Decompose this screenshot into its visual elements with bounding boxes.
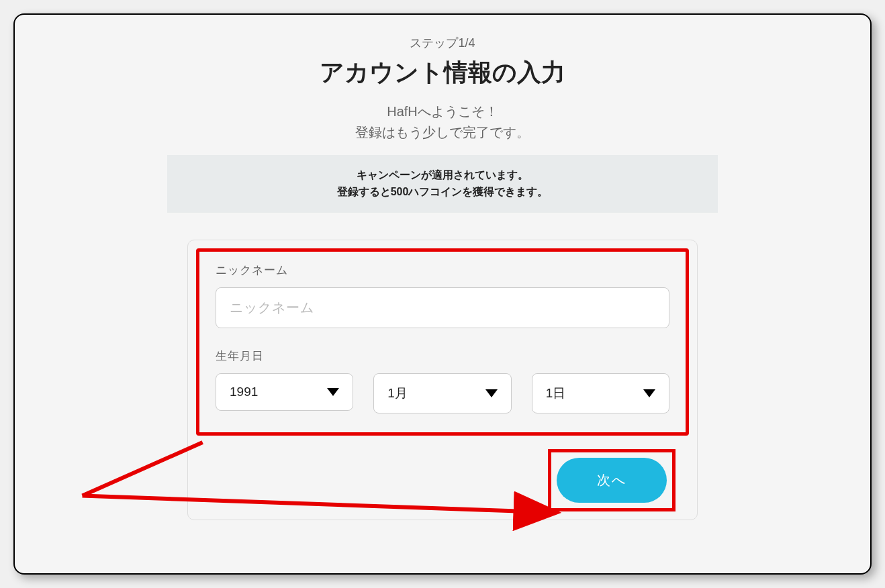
month-select-wrapper: 1月 (373, 373, 511, 413)
chevron-down-icon (485, 389, 498, 397)
welcome-text-2: 登録はもう少しで完了です。 (28, 124, 857, 142)
chevron-down-icon (643, 389, 655, 397)
form-card: ニックネーム 生年月日 1991 1月 (187, 240, 698, 520)
day-value: 1日 (546, 385, 566, 402)
nickname-input[interactable] (216, 287, 669, 328)
birthdate-row: 1991 1月 1日 (216, 373, 669, 413)
campaign-banner: キャンペーンが適用されています。 登録すると500ハフコインを獲得できます。 (167, 155, 718, 213)
day-select[interactable]: 1日 (532, 373, 669, 413)
campaign-text-1: キャンペーンが適用されています。 (181, 168, 704, 183)
nickname-label: ニックネーム (216, 262, 669, 278)
page-frame: ステップ1/4 アカウント情報の入力 HafHへようこそ！ 登録はもう少しで完了… (13, 13, 872, 575)
year-select-wrapper: 1991 (216, 373, 353, 413)
day-select-wrapper: 1日 (532, 373, 669, 413)
birthdate-label: 生年月日 (216, 348, 669, 364)
svg-line-1 (83, 442, 203, 496)
header-section: ステップ1/4 アカウント情報の入力 HafHへようこそ！ 登録はもう少しで完了… (28, 35, 857, 142)
button-row: 次へ (196, 449, 689, 511)
button-highlight-annotation: 次へ (548, 449, 676, 511)
year-select[interactable]: 1991 (216, 373, 353, 411)
month-select[interactable]: 1月 (373, 373, 511, 413)
next-button[interactable]: 次へ (557, 458, 667, 503)
page-title: アカウント情報の入力 (28, 56, 857, 89)
form-highlight-annotation: ニックネーム 生年月日 1991 1月 (196, 248, 689, 436)
year-value: 1991 (230, 385, 258, 399)
step-indicator: ステップ1/4 (28, 35, 857, 51)
campaign-text-2: 登録すると500ハフコインを獲得できます。 (181, 185, 704, 199)
chevron-down-icon (327, 388, 339, 396)
welcome-text-1: HafHへようこそ！ (28, 103, 857, 121)
month-value: 1月 (387, 385, 408, 402)
